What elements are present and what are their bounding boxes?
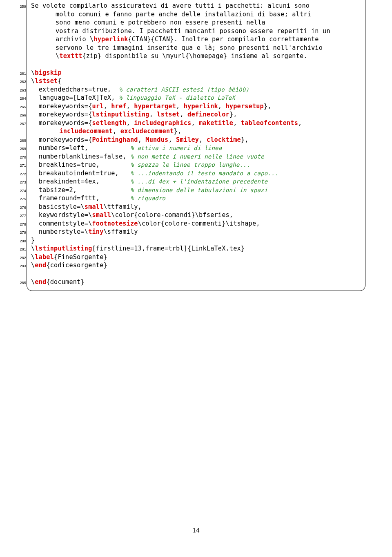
code-text: vostra distribuzione. I pacchetti mancan… [56,27,330,35]
code-text: sono meno comuni e potrebbero non essere… [56,19,265,26]
code-line: 274 tabsize=2, % dimensione delle tabula… [31,186,361,195]
keyword-text: lstinputlisting [35,245,92,252]
line-number: 273 [10,180,26,185]
code-text: morekeywords={ [31,136,92,143]
code-text: , [127,103,134,110]
code-text: [firstline=13,frame=trbl]{LinkLaTeX.tex} [92,245,245,252]
code-text: , [127,119,134,127]
line-number: 282 [10,255,26,260]
line-number: 270 [10,155,26,160]
line-number: 262 [10,79,26,84]
keyword-text: hypersetup [226,103,264,110]
code-text: }, [241,136,249,143]
keyword-text: setlength [92,119,127,127]
code-text: molto comuni e fanno parte anche delle i… [56,11,311,18]
keyword-text: Smiley [176,136,199,143]
code-line: 270 numberblanklines=false, % non mette … [31,152,361,161]
code-line: 280} [31,236,361,245]
code-line: servono le tre immagini inserite qua e l… [31,44,361,52]
keyword-text: includegraphics [134,119,191,127]
code-text: { [58,77,61,85]
keyword-text: texttt [59,52,82,60]
line-number: 277 [10,213,26,218]
code-text: Se volete compilarlo assicuratevi di ave… [31,2,310,9]
line-number: 283 [10,264,26,268]
code-line: 264 language=[LaTeX]TeX, % linguaggio Te… [31,94,361,102]
code-text: language=[LaTeX]TeX, [31,94,119,101]
code-line: 259Se volete compilarlo assicuratevi di … [31,2,361,10]
code-text: morekeywords={ [31,103,92,110]
page: 259Se volete compilarlo assicuratevi di … [0,0,392,557]
line-number: 275 [10,197,26,201]
keyword-text: href [111,103,126,110]
comment-text: % ...di 4ex + l'indentazione precedente [130,178,268,185]
code-text: , [176,103,184,110]
code-text: }, [264,103,272,110]
code-text: {CTAN}{CTAN}. Inoltre per compilarlo cor… [128,36,319,43]
keyword-text: tiny [88,228,103,235]
code-text: , [149,111,157,118]
comment-text: % caratteri ASCII estesi (tipo àèìòù) [119,86,249,93]
code-text: \ [31,278,35,286]
keyword-text: definecolor [187,111,229,118]
keyword-text: clocktime [207,136,241,143]
line-number: 263 [10,88,26,93]
keyword-text: bigskip [35,69,61,76]
code-text: breaklines=true, [31,161,130,168]
line-number: 281 [10,247,26,252]
code-line: 269 numbers=left, % attiva i numeri di l… [31,144,361,152]
code-text: {document} [46,278,84,286]
code-text: } [31,237,35,244]
blank-line [31,270,361,278]
code-text: , [218,103,226,110]
code-line: 275 frameround=fttt, % riquadro [31,194,361,203]
line-number: 269 [10,146,26,151]
line-number: 271 [10,163,26,168]
code-text: \color{colore-commenti}\itshape, [138,220,260,227]
code-text: numberstyle=\ [31,228,88,235]
comment-text: % attiva i numeri di linea [130,145,222,151]
code-text: morekeywords={ [31,119,92,127]
keyword-text: tableofcontents [241,119,298,127]
code-line: 285\end{document} [31,278,361,286]
code-line: 268 morekeywords={Pointinghand, Mundus, … [31,136,361,144]
keyword-text: hyperlink [94,36,128,43]
code-text: {zip} disponibile su \myurl{\homepage} i… [82,52,307,60]
code-line: 265 morekeywords={url, href, hypertarget… [31,102,361,111]
code-text [56,128,59,135]
code-text: , [191,119,199,127]
keyword-text: url [92,103,104,110]
code-text: , [138,136,146,143]
keyword-text: Pointinghand [92,136,138,143]
keyword-text: footnotesize [92,220,138,227]
code-line: 279 numberstyle=\tiny\sffamily [31,228,361,236]
page-number: 14 [0,526,392,535]
comment-text: % dimensione delle tabulazioni in spazi [130,187,268,193]
code-text: \sffamily [104,228,138,235]
code-text: \ttfamily, [104,203,142,210]
code-line: archivio \hyperlink{CTAN}{CTAN}. Inoltre… [31,35,361,44]
comment-text: % spezza le linee troppo lunghe... [130,161,250,168]
code-line: 271 breaklines=true, % spezza le linee t… [31,161,361,169]
keyword-text: excludecomment [120,128,174,135]
code-line: 278 commentstyle=\footnotesize\color{col… [31,219,361,228]
line-number: 268 [10,138,26,143]
code-text: morekeywords={ [31,111,92,118]
code-line: 283\end{codicesorgente} [31,261,361,270]
line-number: 285 [10,280,26,285]
keyword-text: lstinputlisting [92,111,149,118]
code-line: 281\lstinputlisting[firstline=13,frame=t… [31,244,361,253]
code-text: frameround=fttt, [31,195,130,202]
keyword-text: Mundus [145,136,168,143]
code-line: \texttt{zip} disponibile su \myurl{\home… [31,52,361,60]
code-text: \ [31,245,35,252]
line-number: 259 [10,4,26,9]
code-text: \color{colore-comandi}\bfseries, [111,211,233,219]
code-line: 282\label{FineSorgente} [31,253,361,262]
line-number: 278 [10,222,26,227]
code-line: sono meno comuni e potrebbero non essere… [31,18,361,27]
keyword-text: end [35,262,46,269]
code-text: breakautoindent=true, [31,170,130,177]
code-text: , [168,136,176,143]
code-line: molto comuni e fanno parte anche delle i… [31,10,361,19]
